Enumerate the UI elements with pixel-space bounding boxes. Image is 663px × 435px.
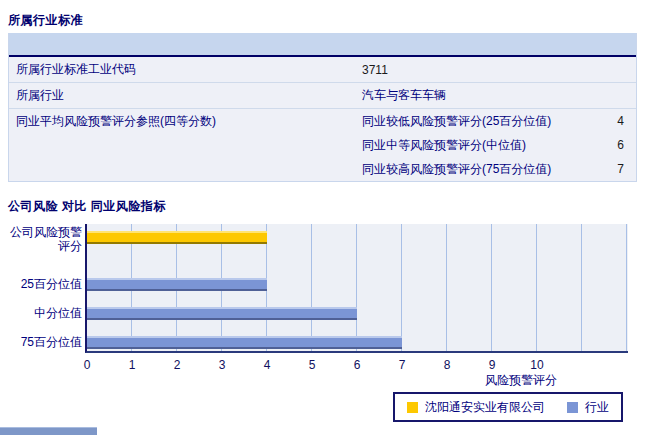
- gridline: [311, 224, 312, 351]
- peer-low-value: 4: [606, 114, 636, 128]
- partial-next-section-band: [0, 427, 97, 435]
- peer-medium-value: 6: [606, 138, 636, 152]
- peer-high-value: 7: [606, 162, 636, 176]
- peer-average-label: 同业平均风险预警评分参照(四等分数): [9, 109, 362, 134]
- peer-medium-label: 同业中等风险预警评分(中位值): [362, 137, 606, 154]
- industry-standard-section-title: 所属行业标准: [8, 12, 83, 29]
- x-tick: 4: [264, 358, 271, 372]
- x-tick: 9: [489, 358, 496, 372]
- x-tick: 2: [174, 358, 181, 372]
- table-row: 所属行业标准工业代码 3711: [9, 57, 636, 83]
- table-header-band: [9, 33, 636, 57]
- peer-high-label: 同业较高风险预警评分(75百分位值): [362, 161, 606, 178]
- chart-x-axis-label: 风险预警评分: [485, 372, 557, 389]
- industry-name-label: 所属行业: [9, 83, 362, 108]
- x-tick: 7: [399, 358, 406, 372]
- x-tick: 10: [530, 358, 543, 372]
- bar-中分位值: [87, 307, 357, 320]
- gridline: [401, 224, 402, 351]
- category-label: 25百分位值: [0, 277, 82, 291]
- bar-75百分位值: [87, 336, 402, 349]
- category-label: 公司风险预警评分: [0, 225, 82, 253]
- bar-25百分位值: [87, 278, 267, 291]
- gridline: [536, 224, 537, 351]
- legend-swatch-company-icon: [407, 402, 418, 413]
- category-label: 中分位值: [0, 306, 82, 320]
- gridline: [356, 224, 357, 351]
- x-tick: 8: [444, 358, 451, 372]
- industry-name-value: 汽车与客车车辆: [362, 87, 636, 104]
- x-tick: 1: [129, 358, 136, 372]
- peer-low-label: 同业较低风险预警评分(25百分位值): [362, 113, 606, 130]
- peer-low-row: 同业较低风险预警评分(25百分位值) 4: [362, 109, 636, 133]
- gridline: [446, 224, 447, 351]
- x-tick: 0: [84, 358, 91, 372]
- industry-code-label: 所属行业标准工业代码: [9, 57, 362, 82]
- table-row: 所属行业 汽车与客车车辆: [9, 83, 636, 109]
- chart-legend: 沈阳通安实业有限公司行业: [393, 392, 623, 422]
- gridline: [581, 224, 582, 351]
- x-tick: 5: [309, 358, 316, 372]
- peer-medium-row: 同业中等风险预警评分(中位值) 6: [362, 133, 636, 157]
- table-row: 同业平均风险预警评分参照(四等分数) 同业较低风险预警评分(25百分位值) 4 …: [9, 109, 636, 181]
- legend-label-industry: 行业: [585, 399, 609, 416]
- report-page: 所属行业标准 所属行业标准工业代码 3711 所属行业 汽车与客车车辆 同业平均…: [0, 0, 663, 435]
- peer-high-row: 同业较高风险预警评分(75百分位值) 7: [362, 157, 636, 181]
- gridline: [491, 224, 492, 351]
- x-tick: 6: [354, 358, 361, 372]
- risk-comparison-section-title: 公司风险 对比 同业风险指标: [8, 198, 166, 215]
- gridline: [626, 224, 627, 351]
- industry-standard-table: 所属行业标准工业代码 3711 所属行业 汽车与客车车辆 同业平均风险预警评分参…: [8, 33, 637, 182]
- legend-swatch-industry-icon: [567, 402, 578, 413]
- bar-公司风险预警评分: [87, 231, 267, 244]
- peer-average-subrows: 同业较低风险预警评分(25百分位值) 4 同业中等风险预警评分(中位值) 6 同…: [362, 109, 636, 181]
- x-tick: 3: [219, 358, 226, 372]
- industry-code-value: 3711: [362, 63, 636, 77]
- category-label: 75百分位值: [0, 335, 82, 349]
- legend-label-company: 沈阳通安实业有限公司: [425, 399, 545, 416]
- risk-bar-chart-plot: [85, 224, 628, 353]
